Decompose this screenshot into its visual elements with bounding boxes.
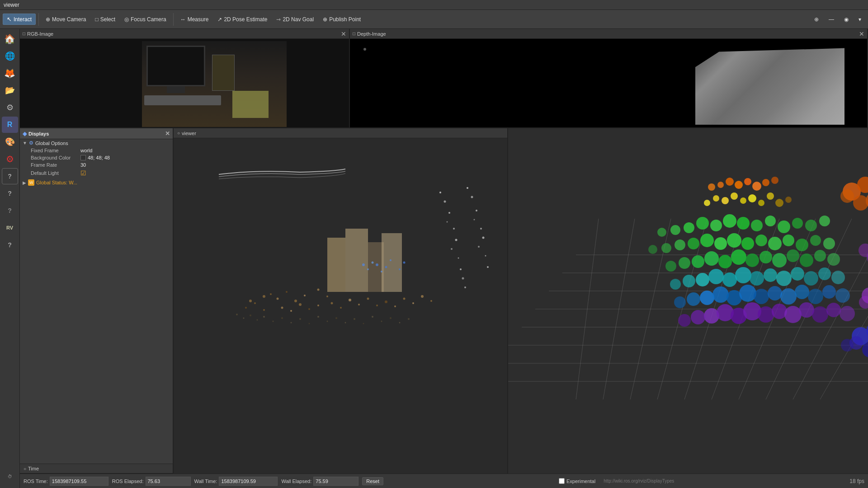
svg-point-193 [812, 306, 828, 323]
svg-point-79 [367, 268, 369, 270]
svg-point-21 [331, 302, 333, 305]
wall-time-label: Wall Time: [194, 479, 217, 484]
reset-button[interactable]: Reset [362, 477, 383, 485]
svg-point-138 [768, 237, 782, 250]
svg-point-121 [710, 220, 722, 231]
depth-panel-header: □ Depth-Image ✕ [350, 29, 867, 39]
svg-point-61 [299, 318, 301, 320]
nav-goal-button[interactable]: ⇾ 2D Nav Goal [272, 14, 318, 25]
viewer-icon: ○ [177, 131, 180, 136]
svg-point-106 [713, 195, 719, 202]
svg-point-154 [800, 253, 813, 267]
viewer-left-svg [174, 138, 507, 474]
sidebar-icon-question3[interactable]: ? [2, 202, 18, 219]
sidebar-icon-settings[interactable]: ⚙ [2, 99, 18, 116]
default-light-row: Default Light ☑ [20, 169, 173, 178]
rgb-image-body[interactable] [20, 39, 349, 127]
move-camera-button[interactable]: ⊕ Move Camera [42, 14, 90, 25]
viewer-right[interactable] [508, 128, 868, 474]
svg-point-141 [810, 235, 821, 246]
ros-elapsed-input[interactable] [146, 477, 191, 486]
svg-point-117 [771, 177, 778, 184]
svg-point-120 [696, 217, 709, 230]
toolbar-dropdown[interactable]: ▾ [854, 14, 865, 25]
svg-point-142 [823, 238, 835, 249]
svg-point-196 [691, 310, 705, 324]
toolbar-extra-btn2[interactable]: ◉ [840, 14, 853, 25]
select-button[interactable]: □ Select [91, 14, 119, 25]
sidebar-icon-question1[interactable]: ? [2, 168, 18, 184]
sidebar-icon-rviz[interactable]: R [2, 117, 18, 133]
viewer-left: ○ viewer [174, 128, 508, 474]
bottom-area: ◈ Displays ✕ ▼ ⚙ Global Options Fixed Fr… [20, 128, 868, 474]
svg-point-47 [474, 219, 475, 221]
depth-panel-close[interactable]: ✕ [859, 30, 864, 38]
svg-point-146 [692, 255, 704, 268]
global-options-item[interactable]: ▼ ⚙ Global Options [20, 139, 173, 147]
focus-icon: ◎ [124, 16, 129, 23]
svg-point-152 [772, 253, 787, 267]
sidebar-icon-paint[interactable]: 🎨 [2, 134, 18, 150]
rgb-panel-close[interactable]: ✕ [341, 30, 346, 38]
svg-point-180 [808, 289, 823, 304]
background-color-swatch[interactable] [80, 155, 86, 160]
sidebar-icon-files[interactable]: 📂 [2, 82, 18, 99]
rgb-panel: □ RGB-Image ✕ [20, 29, 350, 127]
sidebar-icon-globe[interactable]: 🌐 [2, 48, 18, 64]
svg-point-80 [362, 263, 365, 266]
sidebar-icon-bottom-q[interactable]: ? [2, 237, 18, 253]
viewer-left-body[interactable] [174, 138, 507, 474]
ros-time-field: ROS Time: [24, 477, 108, 486]
toolbar-extra-btn1[interactable]: — [825, 14, 838, 25]
svg-point-11 [317, 289, 320, 291]
wall-time-input[interactable] [219, 477, 278, 486]
sidebar-icon-home[interactable]: 🏠 [2, 31, 18, 47]
svg-point-62 [309, 323, 310, 324]
ros-elapsed-field: ROS Elapsed: [112, 477, 191, 486]
wall-elapsed-input[interactable] [313, 477, 359, 486]
ros-time-input[interactable] [50, 477, 108, 486]
displays-close[interactable]: ✕ [165, 130, 170, 137]
toolbar-sep-1 [38, 13, 39, 26]
svg-point-189 [758, 306, 774, 323]
publish-point-button[interactable]: ⊕ Publish Point [319, 14, 365, 25]
global-status-item[interactable]: ▶ W Global Status: W... [20, 178, 173, 187]
experimental-checkbox[interactable] [559, 478, 565, 484]
svg-rect-3 [382, 233, 402, 292]
ros-elapsed-label: ROS Elapsed: [112, 479, 144, 484]
svg-point-176 [754, 289, 769, 304]
fixed-frame-value[interactable]: world [80, 148, 92, 153]
wall-elapsed-field: Wall Elapsed: [281, 477, 359, 486]
sidebar-icon-rv[interactable]: RV [2, 220, 18, 236]
svg-point-197 [678, 314, 691, 327]
viewer-left-header: ○ viewer [174, 128, 507, 138]
background-color-value: 48; 48; 48 [80, 155, 110, 160]
sidebar-icon-time[interactable]: ⏱ [2, 468, 18, 484]
sidebar-icon-question2[interactable]: ? [2, 185, 18, 202]
svg-point-5 [270, 293, 272, 295]
interact-button[interactable]: ↖ Interact [3, 14, 36, 25]
svg-point-10 [254, 302, 256, 304]
svg-rect-1 [345, 229, 368, 292]
plus-cursor-button[interactable]: ⊕ [810, 14, 823, 25]
focus-camera-button[interactable]: ◎ Focus Camera [120, 14, 170, 25]
svg-point-177 [768, 286, 782, 300]
svg-point-130 [670, 225, 680, 235]
status-warning-icon: W [28, 179, 34, 186]
svg-point-24 [358, 304, 360, 305]
svg-point-156 [827, 253, 840, 266]
svg-point-27 [385, 300, 387, 303]
depth-image-body[interactable] [350, 39, 867, 127]
svg-point-43 [464, 286, 466, 288]
toolbar: ↖ Interact ⊕ Move Camera □ Select ◎ Focu… [0, 10, 868, 29]
default-light-value[interactable]: ☑ [80, 169, 86, 177]
svg-point-12 [326, 296, 328, 297]
sidebar-icon-robot[interactable]: ⚙ [2, 151, 18, 167]
sidebar-icon-firefox[interactable]: 🦊 [2, 65, 18, 81]
svg-point-195 [840, 306, 855, 321]
frame-rate-label: Frame Rate [31, 162, 80, 168]
svg-point-136 [741, 237, 754, 250]
measure-button[interactable]: ↔ Measure [176, 14, 213, 25]
frame-rate-value[interactable]: 30 [80, 162, 86, 168]
pose-estimate-button[interactable]: ↗ 2D Pose Estimate [213, 14, 271, 25]
